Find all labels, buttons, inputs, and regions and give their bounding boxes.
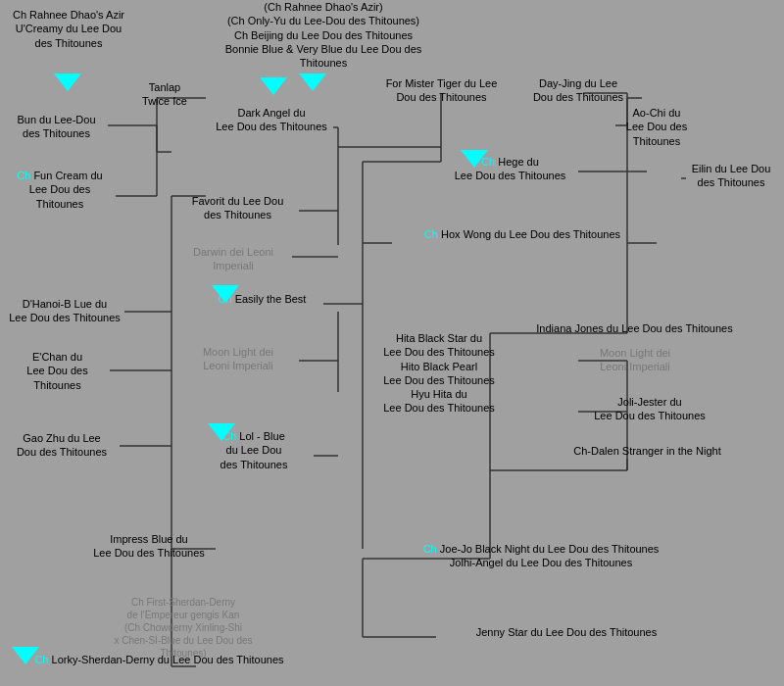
arrow-dark-angel: [260, 77, 287, 95]
node-ch-first: Ch First-Sherdan-Dernyde l'Empereur geng…: [96, 596, 270, 660]
node-echan: E'Chan duLee Dou desThitounes: [2, 350, 113, 392]
node-ao-chi: Ao-Chi duLee Dou desThitounes: [603, 106, 710, 148]
node-for-mister: For Mister Tiger du LeeDou des Thitounes: [370, 76, 513, 105]
arrow-top-left: [54, 74, 81, 91]
node-top-center: (Ch Rahnee Dhao's Azir)(Ch Only-Yu du Le…: [206, 0, 441, 70]
node-jenny: Jenny Star du Lee Dou des Thitounes: [434, 625, 699, 639]
node-hita-block: Hita Black Star duLee Dou des ThitounesH…: [361, 331, 517, 416]
node-impress: Impress Blue duLee Dou des Thitounes: [76, 532, 221, 561]
node-moon-light-1: Moon Light deiLeoni Imperiali: [179, 345, 297, 373]
node-hege: Ch Hege duLee Dou des Thitounes: [439, 155, 581, 183]
node-favorit: Favorit du Lee Doudes Thitounes: [172, 194, 304, 222]
node-bun: Bun du Lee-Doudes Thitounes: [5, 113, 108, 141]
node-indiana: Indiana Jones du Lee Dou des Thitounes: [500, 321, 769, 335]
node-ch-dalen: Ch-Dalen Stranger in the Night: [527, 444, 767, 458]
node-hox-wong: Ch Hox Wong du Lee Dou des Thitounes: [390, 227, 655, 241]
node-tanlap: TanlapTwice Ice: [125, 80, 204, 109]
node-eilin: Eilin du Lee Doudes Thitounes: [678, 162, 784, 190]
node-joe-jo: Ch Joe-Jo Black Night du Lee Dou des Thi…: [361, 542, 721, 570]
node-dhanoi: D'Hanoi-B Lue duLee Dou des Thitounes: [2, 297, 127, 325]
node-fun-cream: Ch Fun Cream duLee Dou desThitounes: [2, 169, 118, 211]
node-moon-light-2: Moon Light deiLeoni Imperiali: [576, 346, 694, 374]
node-top-rahnee: Ch Rahnee Dhao's AzirU'Creamy du Lee Dou…: [5, 8, 132, 50]
node-joli-jester: Joli-Jester duLee Dou des Thitounes: [576, 395, 723, 423]
arrow-top-center: [299, 74, 326, 91]
node-easily: Ch Easily the Best: [196, 292, 328, 306]
node-gao-zhu: Gao Zhu du LeeDou des Thitounes: [2, 431, 122, 460]
node-lorky: Ch Lorky-Sherdan-Derny du Lee Dou des Th…: [29, 653, 289, 666]
node-day-jing: Day-Jing du LeeDou des Thitounes: [519, 76, 637, 105]
node-darwin: Darwin dei LeoniImperiali: [174, 245, 292, 273]
node-lol-blue: Ch Lol - Bluedu Lee Doudes Thitounes: [194, 429, 314, 471]
pedigree-chart: Ch Rahnee Dhao's AzirU'Creamy du Lee Dou…: [0, 0, 784, 686]
node-dark-angel: Dark Angel duLee Dou des Thitounes: [208, 106, 335, 134]
